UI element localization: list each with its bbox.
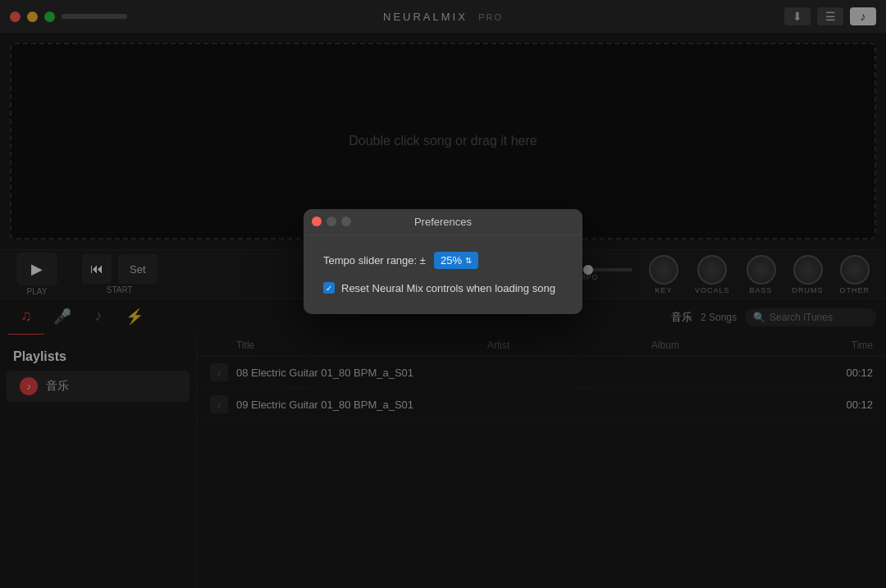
reset-checkbox-row: ✓ Reset Neural Mix controls when loading…	[323, 282, 563, 294]
preferences-modal: Preferences Tempo slider range: ± 25% ⇅ …	[304, 209, 582, 314]
reset-label: Reset Neural Mix controls when loading s…	[341, 282, 555, 294]
modal-close-button[interactable]	[312, 217, 322, 226]
modal-minimize-button[interactable]	[327, 217, 336, 226]
select-arrows-icon: ⇅	[465, 256, 472, 265]
modal-body: Tempo slider range: ± 25% ⇅ ✓ Reset Neur…	[304, 235, 582, 314]
tempo-range-select[interactable]: 25% ⇅	[434, 252, 478, 269]
modal-overlay[interactable]: Preferences Tempo slider range: ± 25% ⇅ …	[0, 0, 886, 588]
modal-window-controls	[312, 217, 351, 226]
modal-titlebar: Preferences	[304, 209, 582, 235]
tempo-range-row: Tempo slider range: ± 25% ⇅	[323, 252, 563, 269]
modal-maximize-button[interactable]	[341, 217, 351, 226]
tempo-range-label: Tempo slider range: ±	[323, 254, 426, 267]
tempo-value: 25%	[441, 254, 462, 267]
reset-checkbox[interactable]: ✓	[323, 282, 335, 294]
modal-title: Preferences	[414, 216, 472, 228]
